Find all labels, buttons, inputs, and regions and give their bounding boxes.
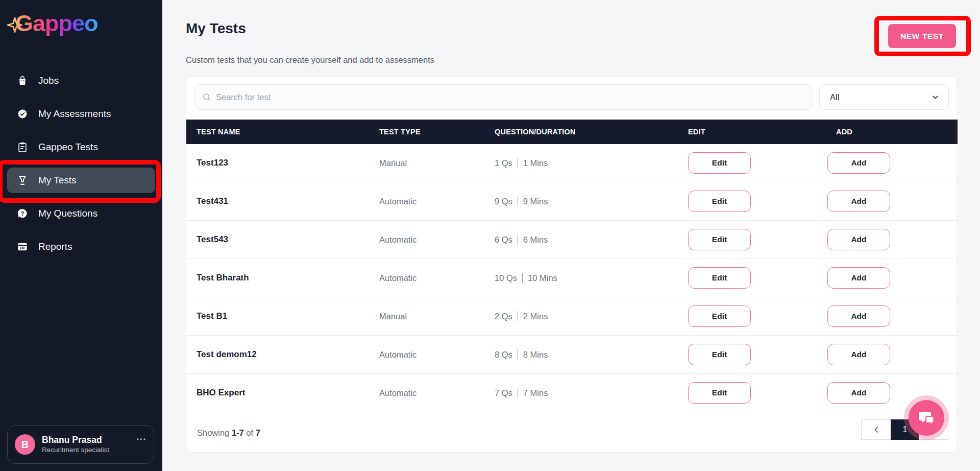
- search-input[interactable]: [216, 92, 813, 102]
- test-type: Automatic: [369, 235, 484, 245]
- avatar: B: [15, 434, 35, 455]
- pagination-prev-button[interactable]: [861, 419, 891, 440]
- divider: [518, 349, 518, 360]
- profile-menu-button[interactable]: ...: [137, 433, 146, 442]
- tests-card: All TEST NAME TEST TYPE QUESTION/DURATIO…: [186, 76, 957, 453]
- table-row: Test123 Manual 1 Qs1 Mins Edit Add: [186, 144, 958, 182]
- clipboard-icon: [17, 142, 28, 153]
- add-button[interactable]: Add: [827, 305, 890, 327]
- sparkle-icon: [7, 17, 22, 33]
- sidebar-item-my-questions[interactable]: ? My Questions: [7, 201, 155, 226]
- sidebar: Gappeo Jobs My Assessments Gappeo Tests: [0, 0, 162, 471]
- test-name: Test demom12: [186, 349, 369, 360]
- logo-text: Gappeo: [15, 9, 98, 38]
- search-icon: [203, 93, 211, 101]
- question-duration: 6 Qs6 Mins: [484, 234, 678, 245]
- beaker-icon: [17, 175, 28, 186]
- svg-text:?: ?: [21, 210, 24, 217]
- sidebar-item-gappeo-tests[interactable]: Gappeo Tests: [7, 134, 155, 160]
- chat-icon: [917, 409, 936, 427]
- table-row: Test Bharath Automatic 10 Qs10 Mins Edit…: [186, 259, 958, 297]
- search-box: [194, 84, 813, 110]
- profile-info: Bhanu Prasad Recuritment specialist: [42, 434, 137, 455]
- chat-button[interactable]: [909, 400, 944, 436]
- table-row: Test B1 Manual 2 Qs2 Mins Edit Add: [186, 297, 958, 336]
- add-button[interactable]: Add: [827, 229, 890, 250]
- column-header-question-duration: QUESTION/DURATION: [484, 128, 678, 136]
- chevron-down-icon: [932, 93, 939, 101]
- column-header-add: ADD: [817, 128, 958, 136]
- profile-card[interactable]: B Bhanu Prasad Recuritment specialist ..…: [7, 425, 154, 464]
- filter-select[interactable]: All: [819, 84, 949, 110]
- add-button[interactable]: Add: [827, 267, 890, 289]
- question-duration: 7 Qs7 Mins: [484, 388, 678, 398]
- table-footer: Showing 1-7 of 7 1: [186, 412, 958, 453]
- sidebar-item-jobs[interactable]: Jobs: [7, 68, 155, 93]
- sidebar-item-label: Reports: [38, 241, 72, 252]
- edit-button[interactable]: Edit: [688, 382, 751, 404]
- table-row: Test demom12 Automatic 8 Qs8 Mins Edit A…: [186, 336, 958, 374]
- question-bubble-icon: ?: [17, 208, 28, 219]
- edit-button[interactable]: Edit: [688, 267, 751, 289]
- profile-name: Bhanu Prasad: [42, 434, 137, 445]
- chevron-left-icon: [873, 426, 880, 433]
- edit-button[interactable]: Edit: [688, 344, 751, 365]
- test-type: Automatic: [369, 273, 484, 283]
- filter-selected-value: All: [830, 92, 932, 102]
- test-type: Automatic: [369, 388, 484, 398]
- divider: [518, 158, 518, 168]
- edit-button[interactable]: Edit: [688, 191, 751, 212]
- sidebar-item-my-assessments[interactable]: My Assessments: [7, 101, 155, 127]
- test-type: Manual: [369, 312, 484, 321]
- question-duration: 9 Qs9 Mins: [484, 196, 678, 206]
- edit-button[interactable]: Edit: [688, 229, 751, 250]
- bag-icon: [17, 75, 28, 86]
- table-row: Test543 Automatic 6 Qs6 Mins Edit Add: [186, 221, 958, 259]
- test-type: Automatic: [369, 197, 484, 206]
- table-row: Test431 Automatic 9 Qs9 Mins Edit Add: [186, 182, 958, 221]
- table-body: Test123 Manual 1 Qs1 Mins Edit Add Test4…: [186, 144, 958, 412]
- edit-button[interactable]: Edit: [688, 152, 751, 174]
- column-header-test-type: TEST TYPE: [369, 128, 484, 136]
- reports-icon: [17, 241, 28, 252]
- sidebar-item-label: My Assessments: [38, 108, 111, 120]
- test-type: Manual: [369, 158, 484, 168]
- divider: [518, 311, 518, 321]
- edit-button[interactable]: Edit: [688, 305, 751, 327]
- add-button[interactable]: Add: [827, 191, 890, 212]
- page-title: My Tests: [186, 20, 246, 37]
- divider: [522, 273, 523, 283]
- divider: [518, 234, 518, 245]
- test-name: Test B1: [186, 311, 369, 321]
- question-duration: 1 Qs1 Mins: [484, 158, 678, 168]
- add-button[interactable]: Add: [827, 382, 890, 404]
- question-duration: 8 Qs8 Mins: [484, 349, 678, 360]
- sidebar-item-reports[interactable]: Reports: [7, 234, 155, 260]
- divider: [518, 388, 518, 398]
- add-button[interactable]: Add: [827, 344, 890, 365]
- sidebar-item-label: My Tests: [38, 175, 77, 186]
- add-button[interactable]: Add: [827, 152, 890, 174]
- new-test-button[interactable]: NEW TEST: [888, 24, 956, 48]
- sidebar-item-label: Gappeo Tests: [38, 142, 98, 153]
- test-type: Automatic: [369, 350, 484, 360]
- test-name: Test123: [186, 158, 369, 168]
- sidebar-item-label: Jobs: [38, 75, 59, 86]
- table-header-row: TEST NAME TEST TYPE QUESTION/DURATION ED…: [186, 120, 958, 144]
- showing-summary: Showing 1-7 of 7: [197, 428, 260, 438]
- badge-check-icon: [17, 108, 28, 120]
- page-subtitle: Custom tests that you can create yoursel…: [186, 55, 434, 65]
- question-duration: 10 Qs10 Mins: [484, 273, 678, 283]
- sidebar-item-my-tests[interactable]: My Tests: [7, 168, 155, 193]
- sidebar-item-label: My Questions: [38, 208, 97, 219]
- logo[interactable]: Gappeo: [8, 9, 98, 40]
- app-root: Gappeo Jobs My Assessments Gappeo Tests: [0, 0, 980, 471]
- sidebar-nav: Jobs My Assessments Gappeo Tests My Test…: [0, 68, 162, 267]
- question-duration: 2 Qs2 Mins: [484, 311, 678, 321]
- column-header-test-name: TEST NAME: [186, 128, 369, 136]
- divider: [518, 196, 518, 206]
- test-name: Test431: [186, 196, 369, 206]
- test-name: Test Bharath: [186, 273, 369, 283]
- test-name: Test543: [186, 234, 369, 245]
- profile-role: Recuritment specialist: [42, 445, 137, 455]
